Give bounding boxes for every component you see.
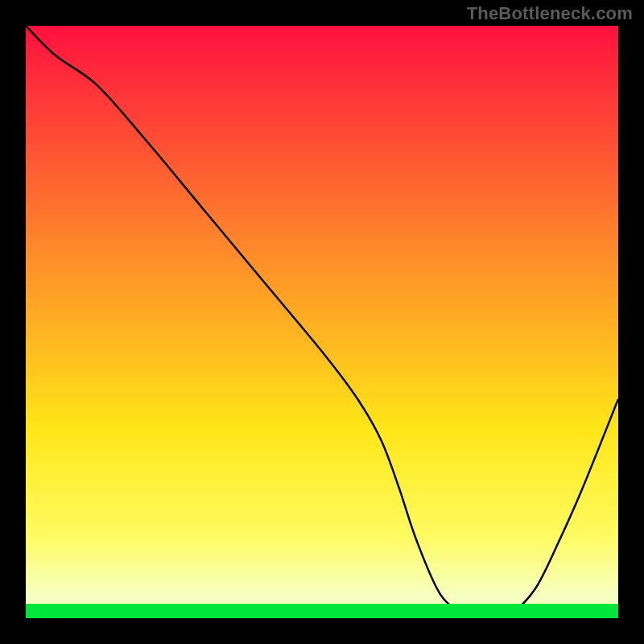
green-baseline-band (26, 604, 618, 618)
gradient-background (26, 26, 618, 618)
watermark-label: TheBottleneck.com (467, 3, 633, 24)
chart-plot-area (26, 26, 618, 618)
chart-frame: TheBottleneck.com (0, 0, 644, 644)
chart-svg (26, 26, 618, 618)
